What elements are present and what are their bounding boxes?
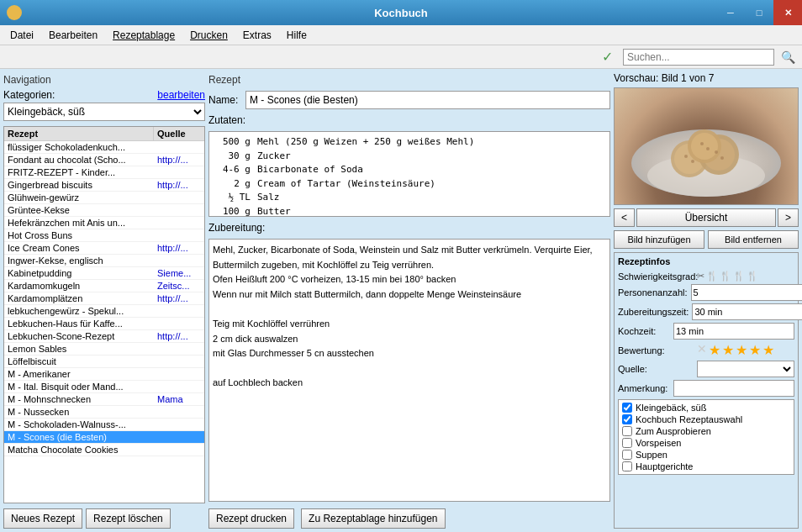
z-name: Cream of Tartar (Weinsteinsäure) bbox=[257, 177, 606, 192]
quelle-select[interactable] bbox=[697, 361, 794, 377]
remove-image-button[interactable]: Bild entfernen bbox=[708, 230, 799, 249]
list-cell-source: Sieme... bbox=[154, 267, 204, 279]
zubereitung-label: Zubereitung: bbox=[208, 220, 610, 235]
list-item[interactable]: M - Ital. Bisquit oder Mand... bbox=[4, 381, 204, 393]
kochzeit-input[interactable] bbox=[673, 323, 794, 340]
list-item[interactable]: KardamomkugelnZeitsc... bbox=[4, 280, 204, 292]
list-item[interactable]: Hot Cross Buns bbox=[4, 229, 204, 242]
category-checkbox[interactable] bbox=[622, 403, 632, 413]
list-item[interactable]: Ingwer-Kekse, englisch bbox=[4, 255, 204, 267]
category-checkbox[interactable] bbox=[622, 426, 632, 436]
bearbeiten-link[interactable]: bearbeiten bbox=[157, 89, 205, 101]
category-item[interactable]: Kleingebäck, süß bbox=[620, 402, 792, 413]
category-checkbox[interactable] bbox=[622, 461, 632, 471]
category-item[interactable]: Vorspeisen bbox=[620, 437, 792, 449]
menu-drucken[interactable]: Drucken bbox=[183, 28, 235, 43]
star-5: ★ bbox=[762, 342, 774, 358]
personen-input[interactable] bbox=[691, 284, 802, 301]
zubereitung-box[interactable]: Mehl, Zucker, Bicarbonate of Soda, Weins… bbox=[208, 239, 610, 502]
list-item[interactable]: Matcha Chocolate Cookies bbox=[4, 444, 204, 456]
next-image-button[interactable]: > bbox=[778, 208, 799, 227]
menu-bearbeiten[interactable]: Bearbeiten bbox=[42, 28, 104, 43]
category-checkbox[interactable] bbox=[622, 450, 632, 460]
list-item[interactable]: Ice Cream Coneshttp://... bbox=[4, 242, 204, 255]
list-item[interactable]: Glühwein-gewürz bbox=[4, 192, 204, 204]
list-item[interactable]: Lebkuchen-Scone-Rezepthttp://... bbox=[4, 330, 204, 343]
diff-icon-5: 🍴 bbox=[747, 271, 758, 282]
close-button[interactable]: ✕ bbox=[773, 0, 802, 25]
quelle-label: Quelle: bbox=[618, 364, 694, 374]
prev-image-button[interactable]: < bbox=[614, 208, 635, 227]
search-input[interactable] bbox=[623, 49, 774, 66]
maximize-button[interactable]: □ bbox=[745, 0, 773, 25]
add-image-button[interactable]: Bild hinzufügen bbox=[614, 230, 704, 249]
center-buttons: Rezept drucken Zu Rezeptablage hinzufüge… bbox=[208, 508, 610, 529]
zubereitungszeit-input[interactable] bbox=[692, 303, 802, 320]
list-item[interactable]: lebkuchengewürz - Spekul... bbox=[4, 305, 204, 318]
menu-bar: Datei Bearbeiten Rezeptablage Drucken Ex… bbox=[0, 25, 802, 45]
list-item[interactable]: Lebkuchen-Haus für Kaffe... bbox=[4, 318, 204, 330]
delete-recipe-button[interactable]: Rezept löschen bbox=[86, 508, 171, 529]
name-input[interactable] bbox=[245, 91, 610, 109]
kochzeit-label: Kochzeit: bbox=[618, 326, 670, 336]
category-item[interactable]: Kochbuch Rezeptauswahl bbox=[620, 413, 792, 425]
print-recipe-button[interactable]: Rezept drucken bbox=[208, 508, 294, 529]
list-item[interactable]: M - Amerikaner bbox=[4, 368, 204, 381]
list-item[interactable]: M - MohnschneckenMama bbox=[4, 393, 204, 406]
list-item[interactable]: KabinetpuddingSieme... bbox=[4, 267, 204, 280]
add-to-rezeptablage-button[interactable]: Zu Rezeptablage hinzufügen bbox=[301, 508, 445, 529]
window-controls: ─ □ ✕ bbox=[716, 0, 802, 25]
list-item[interactable]: Hefekränzchen mit Anis un... bbox=[4, 217, 204, 229]
kategorie-row: Kategorien: bearbeiten bbox=[3, 89, 205, 101]
list-cell-name: Hefekränzchen mit Anis un... bbox=[4, 217, 154, 229]
svg-point-11 bbox=[700, 142, 704, 145]
category-name: Vorspeisen bbox=[636, 438, 681, 448]
category-item[interactable]: Hauptgerichte bbox=[620, 461, 792, 472]
list-item[interactable]: Gingerbread biscuitshttp://... bbox=[4, 179, 204, 192]
anmerkung-input[interactable] bbox=[673, 380, 794, 397]
list-cell-source: http://... bbox=[154, 292, 204, 304]
list-item[interactable]: Kardamomplätzenhttp://... bbox=[4, 292, 204, 305]
list-cell-name: Ice Cream Cones bbox=[4, 242, 154, 254]
zubereitungszeit-row: Zubereitungszeit: bbox=[618, 303, 794, 320]
category-item[interactable]: Suppen bbox=[620, 449, 792, 461]
svg-point-9 bbox=[715, 150, 718, 154]
recipe-list: flüssiger Schokoladenkuch...Fondant au c… bbox=[4, 141, 204, 456]
overview-button[interactable]: Übersicht bbox=[636, 208, 776, 227]
svg-point-10 bbox=[720, 156, 724, 160]
category-item[interactable]: Zum Ausprobieren bbox=[620, 425, 792, 437]
list-cell-name: Grüntee-Kekse bbox=[4, 204, 154, 216]
list-item[interactable]: M - Schokoladen-Walnuss-... bbox=[4, 419, 204, 431]
name-label: Name: bbox=[208, 94, 242, 106]
list-cell-name: Löffelbiscuit bbox=[4, 356, 154, 367]
toolbar: ✓ 🔍 bbox=[0, 45, 802, 69]
list-item[interactable]: M - Scones (die Besten) bbox=[4, 431, 204, 444]
image-placeholder bbox=[615, 87, 798, 205]
list-item[interactable]: M - Nussecken bbox=[4, 406, 204, 419]
zutaten-row: 2 gCream of Tartar (Weinsteinsäure) bbox=[213, 177, 606, 192]
list-item[interactable]: flüssiger Schokoladenkuch... bbox=[4, 141, 204, 154]
list-item[interactable]: Löffelbiscuit bbox=[4, 356, 204, 368]
minimize-button[interactable]: ─ bbox=[716, 0, 745, 25]
zutaten-content[interactable]: 500 gMehl (250 g Weizen + 250 g weißes M… bbox=[209, 132, 609, 216]
list-cell-source bbox=[154, 166, 204, 178]
menu-hilfe[interactable]: Hilfe bbox=[280, 28, 314, 43]
menu-rezeptablage[interactable]: Rezeptablage bbox=[106, 28, 182, 43]
menu-datei[interactable]: Datei bbox=[3, 28, 40, 43]
diff-icon-4: 🍴 bbox=[733, 271, 745, 282]
col-quelle: Quelle bbox=[154, 127, 204, 140]
list-item[interactable]: Grüntee-Kekse bbox=[4, 204, 204, 217]
new-recipe-button[interactable]: Neues Rezept bbox=[3, 508, 82, 529]
list-cell-name: FRITZ-REZEPT - Kinder... bbox=[4, 166, 154, 178]
list-item[interactable]: FRITZ-REZEPT - Kinder... bbox=[4, 166, 204, 179]
z-amount: 30 g bbox=[213, 150, 251, 164]
list-cell-name: Kardamomplätzen bbox=[4, 292, 154, 304]
list-item[interactable]: Fondant au chocolat (Scho...http://... bbox=[4, 154, 204, 166]
list-item[interactable]: Lemon Sables bbox=[4, 343, 204, 356]
category-checkbox[interactable] bbox=[622, 438, 632, 448]
zutaten-row: ½ TLSalz bbox=[213, 191, 606, 205]
kategorie-select[interactable]: Kleingebäck, süß bbox=[3, 103, 205, 121]
menu-extras[interactable]: Extras bbox=[236, 28, 278, 43]
category-checkbox[interactable] bbox=[622, 414, 632, 424]
list-cell-name: Ingwer-Kekse, englisch bbox=[4, 255, 154, 266]
